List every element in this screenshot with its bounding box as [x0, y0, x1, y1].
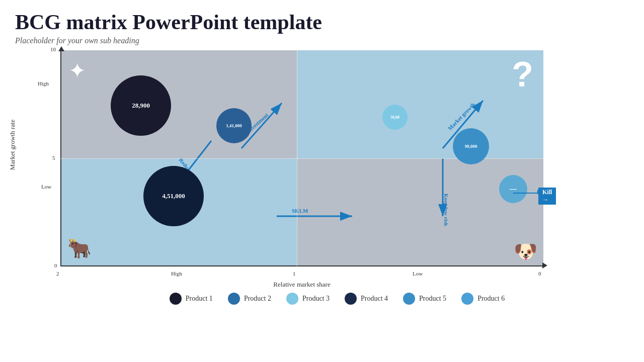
x-tick-2: 2 — [56, 270, 59, 277]
y-axis-label: Market growth rate — [9, 120, 17, 170]
legend-dot-product4 — [345, 293, 357, 305]
legend-product4: Product 4 — [345, 293, 388, 305]
quadrant-star — [60, 50, 297, 158]
bubble-product2-label: 1,41,000 — [226, 123, 242, 128]
legend-label-product6: Product 6 — [477, 295, 505, 303]
dog-icon: 🐶 — [514, 240, 537, 262]
quadrant-dog — [297, 158, 543, 266]
legend-dot-product3 — [286, 293, 298, 305]
y-label-high: High — [38, 80, 49, 86]
legend-product6: Product 6 — [461, 293, 505, 305]
bubble-product5-label: 98,000 — [465, 144, 477, 149]
chart-area: Investment Reduce costs Market growth Ke… — [60, 50, 543, 266]
bull-icon: 🐂 — [67, 237, 91, 259]
bubble-product2: 1,41,000 — [216, 108, 252, 143]
page-title: BCG matrix PowerPoint template — [15, 10, 629, 34]
kill-arrowhead — [537, 190, 541, 195]
page-subtitle: Placeholder for your own sub heading — [15, 36, 629, 45]
legend-label-product2: Product 2 — [244, 295, 271, 303]
question-icon: ? — [512, 54, 533, 95]
x-axis — [60, 265, 543, 266]
legend-dot-product5 — [403, 293, 415, 305]
x-axis-arrow — [542, 262, 547, 268]
bubble-product1: 28,900 — [111, 75, 171, 136]
x-tick-0: 0 — [538, 270, 541, 277]
quadrant-question — [297, 50, 543, 158]
legend-product5: Product 5 — [403, 293, 446, 305]
bubble-product6: — — [499, 175, 527, 203]
x-label-high: High — [171, 270, 182, 277]
x-tick-1: 1 — [293, 270, 296, 277]
bubble-product5: 98,000 — [453, 128, 489, 164]
bubble-product4-label: 4,51,000 — [162, 192, 185, 200]
legend-product2: Product 2 — [228, 293, 271, 305]
kill-arrow — [513, 193, 538, 194]
legend-label-product3: Product 3 — [302, 295, 330, 303]
legend-product3: Product 3 — [286, 293, 330, 305]
legend-label-product5: Product 5 — [419, 295, 446, 303]
legend-dot-product2 — [228, 293, 240, 305]
y-axis-arrow — [58, 46, 64, 51]
bubble-product1-label: 28,900 — [132, 102, 150, 110]
legend-product1: Product 1 — [170, 293, 213, 305]
y-tick-10: 10 — [50, 46, 56, 52]
x-label-low: Low — [413, 270, 423, 277]
page-container: BCG matrix PowerPoint template Placehold… — [0, 0, 644, 362]
bubble-product6-label: — — [510, 185, 517, 193]
bubble-product4: 4,51,000 — [143, 166, 204, 226]
bubble-product3-label: 50,00 — [390, 115, 399, 120]
y-tick-0: 0 — [54, 262, 57, 268]
y-tick-5: 5 — [52, 155, 55, 161]
legend: Product 1 Product 2 Product 3 Product 4 … — [45, 293, 629, 305]
y-label-low: Low — [41, 184, 51, 190]
x-axis-label: Relative market share — [60, 281, 543, 289]
legend-dot-product1 — [170, 293, 182, 305]
star-icon: ✦ — [68, 58, 86, 83]
legend-dot-product6 — [461, 293, 473, 305]
bubble-product3: 50,00 — [382, 105, 408, 130]
legend-label-product4: Product 4 — [361, 295, 388, 303]
legend-label-product1: Product 1 — [186, 295, 213, 303]
